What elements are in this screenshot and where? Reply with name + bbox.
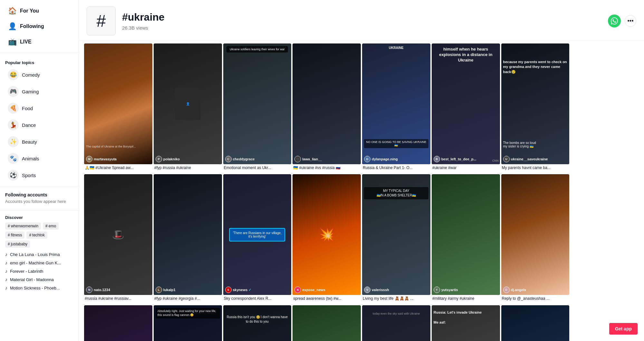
topic-label-dance: Dance (22, 122, 36, 128)
video-card-1[interactable]: The capital of Ukraine at the Boryspil..… (84, 43, 152, 173)
discover-title: Discover (5, 215, 73, 220)
video-card-3[interactable]: Ukraine soldiers leaving their wives for… (223, 43, 292, 173)
following-accounts-section: Following accounts Accounts you follow a… (0, 189, 79, 208)
discover-tag-techtok[interactable]: #techtok (26, 232, 47, 239)
discover-tag-justababy[interactable]: #justababy (5, 241, 30, 248)
video-card-7[interactable]: because my parents went to check on my g… (501, 43, 570, 173)
hashtag-views: 26.3B views (122, 25, 601, 31)
topic-label-beauty: Beauty (22, 139, 37, 145)
topic-label-comedy: Comedy (22, 72, 40, 78)
video-card-19[interactable]: Russia this isn't you 🥹 I don't wanna ha… (223, 305, 292, 341)
person-icon: 👤 (8, 22, 17, 31)
sidebar-topic-comedy[interactable]: 😂 Comedy (3, 67, 76, 83)
video-card-11[interactable]: 'There are Russians in our village, it's… (223, 174, 292, 304)
overlay-center-blue-v11: 'There are Russians in our village, it's… (229, 228, 285, 242)
video-caption-7: My parents havnt came ba... (501, 164, 570, 173)
sidebar-topic-dance[interactable]: 💃 Dance (3, 117, 76, 133)
overlay-center2-v19: Russia this isn't you 🥹 I don't wanna ha… (225, 315, 290, 324)
topic-label-sports: Sports (22, 173, 36, 178)
tv-icon: 📺 (8, 38, 17, 46)
discover-song-4[interactable]: ♪Material Girl - Madonna (5, 275, 73, 284)
discover-section: Discover #whenwomenwin #emo #fitness #te… (0, 213, 79, 294)
video-caption-6: #ukraine #war (432, 164, 500, 173)
discover-tag-fitness[interactable]: #fitness (5, 232, 24, 239)
sidebar: 🏠 For You 👤 Following 📺 LIVE Popular top… (0, 0, 79, 341)
comedy-icon: 😂 (8, 69, 19, 80)
video-caption-15: Reply to @_anasteushaa ... (501, 295, 570, 304)
sidebar-label-following: Following (20, 24, 44, 29)
more-button[interactable]: ••• (625, 15, 636, 27)
video-card-15[interactable]: D dj.angelx Reply to @_anasteushaa ... (501, 174, 570, 304)
main-content: # #ukraine 26.3B views ••• The capital o… (79, 0, 644, 341)
discover-song-3[interactable]: ♪Forever - Labrinth (5, 267, 73, 275)
videos-grid: The capital of Ukraine at the Boryspil..… (79, 41, 644, 341)
discover-song-2[interactable]: ♪emo girl - Machine Gun K... (5, 259, 73, 267)
discover-tag-emo[interactable]: #emo (43, 223, 59, 230)
discover-song-5[interactable]: ♪Motion Sickness - Phoeb... (5, 284, 73, 292)
video-card-18[interactable]: Absolutely right. Just waiting for your … (154, 305, 222, 341)
video-caption-4: 🇺🇦 #ukraine #vs #russia 🇷🇺 (293, 164, 361, 173)
beauty-icon: ✨ (8, 136, 19, 147)
video-card-5[interactable]: UKRAINE NO ONE IS GOING TO BE SAVING UKR… (362, 43, 430, 173)
discover-tag-whenwomenwin[interactable]: #whenwomenwin (5, 223, 41, 230)
video-caption-11: Sky correspondent Alex R... (223, 295, 292, 304)
video-caption-3: Emotional moment as Ukr... (223, 164, 292, 173)
food-icon: 🍕 (8, 103, 19, 114)
video-card-22[interactable]: Russia: Let's invade UkraineMe asf: (432, 305, 500, 341)
sidebar-nav-item-live[interactable]: 📺 LIVE (3, 34, 76, 49)
sidebar-nav-item-following[interactable]: 👤 Following (3, 19, 76, 34)
video-caption-5: Russia & Ukraine Part 1- O... (362, 164, 430, 173)
video-card-21[interactable]: today even the sky said with Ukraine (362, 305, 430, 341)
topic-label-food: Food (22, 106, 33, 111)
gaming-icon: 🎮 (8, 86, 19, 97)
video-card-13[interactable]: MY TYPICAL DAY🇺🇦IN A BOMB SHELTER🇺🇦 V va… (362, 174, 430, 304)
get-app-button[interactable]: Get app (609, 323, 638, 335)
video-card-14[interactable]: Y yutsyartis #military #army #ukraine (432, 174, 500, 304)
overlay-center3-v21: today even the sky said with Ukraine (364, 312, 428, 316)
sidebar-topic-sports[interactable]: ⚽ Sports (3, 167, 76, 183)
whatsapp-button[interactable] (608, 14, 621, 27)
sidebar-topic-food[interactable]: 🍕 Food (3, 100, 76, 116)
video-card-9[interactable]: 🎩 N nato.1234 #russia #ukraine #russiav.… (84, 174, 152, 304)
home-icon: 🏠 (8, 7, 17, 15)
following-accounts-title: Following accounts (5, 192, 73, 197)
video-caption-14: #military #army #ukraine (432, 295, 500, 304)
dance-icon: 💃 (8, 119, 19, 130)
sidebar-nav-item-for-you[interactable]: 🏠 For You (3, 4, 76, 18)
video-caption-2: #fyp #russia #ukraine (154, 164, 222, 173)
topic-label-gaming: Gaming (22, 89, 39, 94)
overlay-center-text-v13: MY TYPICAL DAY🇺🇦IN A BOMB SHELTER🇺🇦 (364, 187, 428, 199)
sidebar-topic-animals[interactable]: 🐾 Animals (3, 150, 76, 166)
hashtag-title: #ukraine (122, 11, 601, 23)
hashtag-header: # #ukraine 26.3B views ••• (79, 0, 644, 41)
hashtag-actions: ••• (608, 14, 636, 27)
sidebar-topic-gaming[interactable]: 🎮 Gaming (3, 83, 76, 99)
video-card-12[interactable]: 💥 ✕ expose_news spread awareness (tw) #w… (293, 174, 361, 304)
video-card-2[interactable]: 👤 P polakniko #fyp #russia #ukraine (154, 43, 222, 173)
sports-icon: ⚽ (8, 170, 19, 181)
video-caption-1: 🙏🇺🇦 #Ukraine Spread aw... (84, 164, 152, 173)
discover-tags: #whenwomenwin #emo #fitness #techtok #ju… (5, 223, 73, 248)
hashtag-icon-box: # (87, 6, 116, 35)
video-card-23[interactable]: 🏙️ (501, 305, 570, 341)
video-card-17[interactable]: 👶 (84, 305, 152, 341)
sidebar-label-for-you: For You (20, 8, 39, 14)
topic-label-animals: Animals (22, 156, 39, 161)
video-card-20[interactable] (293, 305, 361, 341)
video-caption-12: spread awareness (tw) #w... (293, 295, 361, 304)
overlay-top-v3: Ukraine soldiers leaving their wives for… (226, 46, 288, 52)
overlay-large2-v22: Russia: Let's invade UkraineMe asf: (434, 310, 498, 325)
overlay-top2-v18: Absolutely right. Just waiting for your … (156, 308, 220, 318)
animals-icon: 🐾 (8, 153, 19, 164)
video-card-6[interactable]: himself when he hears explosions in a di… (432, 43, 500, 173)
discover-songs: ♪Che La Luna - Louis Prima ♪emo girl - M… (5, 250, 73, 292)
discover-song-1[interactable]: ♪Che La Luna - Louis Prima (5, 250, 73, 259)
hash-symbol: # (97, 11, 106, 31)
overlay-large-v6: himself when he hears explosions in a di… (434, 47, 498, 63)
sidebar-topic-beauty[interactable]: ✨ Beauty (3, 134, 76, 150)
following-accounts-desc: Accounts you follow appear here (5, 199, 73, 204)
video-card-10[interactable]: L lukalp1 #fyp #ukraine #georgia #... (154, 174, 222, 304)
sidebar-label-live: LIVE (20, 39, 32, 45)
video-card-4[interactable]: ⬛ lawa_lian__ 🇺🇦 #ukraine #vs #russia 🇷🇺 (293, 43, 361, 173)
video-caption-9: #russia #ukraine #russiav... (84, 295, 152, 304)
